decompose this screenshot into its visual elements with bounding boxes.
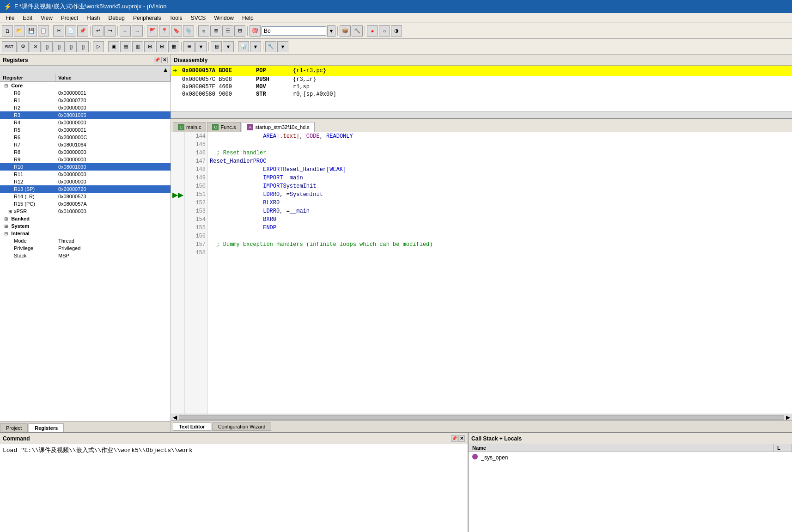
debug3-btn[interactable]: ◑: [391, 25, 402, 37]
tb2-b5[interactable]: {}: [66, 41, 77, 52]
reg-r12[interactable]: R12 0x00000000: [0, 178, 171, 185]
tab-project[interactable]: Project: [0, 423, 28, 432]
reg-r10[interactable]: R10 0x08001090: [0, 163, 171, 171]
tb2-b17[interactable]: ▼: [223, 41, 234, 52]
code-hscrollbar[interactable]: ◀ ▶: [171, 414, 792, 420]
tb2-b13[interactable]: ▦: [168, 41, 179, 52]
debug-btn[interactable]: ●: [367, 25, 378, 37]
align2-btn[interactable]: ≣: [210, 25, 221, 37]
tb2-b20[interactable]: 🔧: [265, 41, 276, 52]
panel-pin-icon[interactable]: 📌: [154, 57, 160, 63]
tb2-b12[interactable]: ⊞: [156, 41, 167, 52]
tab-main-c[interactable]: C main.c: [173, 122, 206, 132]
tab-text-editor[interactable]: Text Editor: [173, 422, 211, 431]
menu-item-flash[interactable]: Flash: [83, 14, 104, 22]
nav-fwd-btn[interactable]: →: [132, 25, 143, 37]
internal-group[interactable]: ⊟ Internal: [0, 230, 171, 237]
system-toggle[interactable]: ⊞: [4, 224, 10, 229]
tb2-b8[interactable]: ▣: [108, 41, 119, 52]
bookmark1-btn[interactable]: 🚩: [147, 25, 158, 37]
reg-r6[interactable]: R6 0x2000000C: [0, 134, 171, 141]
tb2-b2[interactable]: ⊘: [30, 41, 41, 52]
menu-item-tools[interactable]: Tools: [166, 14, 186, 22]
reg-r14[interactable]: R14 (LR) 0x08000573: [0, 193, 171, 200]
tb2-b6[interactable]: {}: [78, 41, 89, 52]
target-input[interactable]: Bo: [262, 26, 326, 36]
reg-xpsr[interactable]: ⊞xPSR 0x01000000: [0, 208, 171, 215]
tb2-b18[interactable]: 📊: [238, 41, 249, 52]
core-toggle[interactable]: ⊟: [4, 83, 10, 88]
reg-r5[interactable]: R5 0x00000001: [0, 126, 171, 134]
menu-item-debug[interactable]: Debug: [105, 14, 128, 22]
reg-r7[interactable]: R7 0x08001064: [0, 141, 171, 148]
panel-close-icon[interactable]: ✕: [161, 57, 168, 63]
bookmark4-btn[interactable]: 📎: [183, 25, 194, 37]
reg-r3[interactable]: R3 0x08001065: [0, 111, 171, 119]
tb2-b1[interactable]: ⚙: [18, 41, 29, 52]
open-btn[interactable]: 📂: [14, 25, 25, 37]
command-close-icon[interactable]: ✕: [458, 435, 465, 442]
reg-r4[interactable]: R4 0x00000000: [0, 119, 171, 126]
banked-group[interactable]: ⊞ Banked: [0, 215, 171, 222]
align3-btn[interactable]: ☰: [222, 25, 233, 37]
tb2-b3[interactable]: {}: [42, 41, 53, 52]
reg-r13[interactable]: R13 (SP) 0x20000720: [0, 185, 171, 193]
command-pin-icon[interactable]: 📌: [451, 435, 457, 442]
debug2-btn[interactable]: ○: [379, 25, 390, 37]
target-dd-btn[interactable]: ▼: [327, 25, 335, 37]
menu-item-help[interactable]: Help: [238, 14, 257, 22]
tb2-b11[interactable]: ⊟: [144, 41, 155, 52]
reg-r8[interactable]: R8 0x00000000: [0, 148, 171, 156]
menu-item-view[interactable]: View: [37, 14, 56, 22]
system-group[interactable]: ⊞ System: [0, 222, 171, 230]
reg-r0[interactable]: R0 0x00000001: [0, 89, 171, 97]
tb2-b15[interactable]: ▼: [195, 41, 207, 52]
build-btn[interactable]: 📦: [340, 25, 351, 37]
tab-func-s[interactable]: C Func.s: [207, 122, 241, 132]
menu-item-window[interactable]: Window: [210, 14, 238, 22]
reg-mode[interactable]: Mode Thread: [0, 237, 171, 245]
tb2-b21[interactable]: ▼: [277, 41, 288, 52]
tb2-b10[interactable]: ▥: [132, 41, 143, 52]
save-all-btn[interactable]: 📋: [38, 25, 49, 37]
save-btn[interactable]: 💾: [26, 25, 37, 37]
reg-r2[interactable]: R2 0x00000000: [0, 104, 171, 111]
reg-r9[interactable]: R9 0x00000000: [0, 156, 171, 163]
tb2-b14[interactable]: ⊕: [183, 41, 195, 52]
align1-btn[interactable]: ≡: [198, 25, 209, 37]
reg-stack[interactable]: Stack MSP: [0, 252, 171, 259]
menu-item-file[interactable]: File: [2, 14, 18, 22]
tb2-b16[interactable]: 🖥: [211, 41, 222, 52]
disassembly-scrollbar[interactable]: [171, 111, 792, 118]
redo-btn[interactable]: ↪: [104, 25, 116, 37]
tb2-b19[interactable]: ▼: [250, 41, 261, 52]
menu-item-peripherals[interactable]: Peripherals: [129, 14, 165, 22]
tb2-b4[interactable]: {}: [54, 41, 65, 52]
menu-item-svcs[interactable]: SVCS: [187, 14, 210, 22]
xpsr-toggle[interactable]: ⊞: [8, 209, 14, 214]
tab-config-wizard[interactable]: Configuration Wizard: [212, 422, 272, 431]
build2-btn[interactable]: 🔨: [352, 25, 363, 37]
paste-btn[interactable]: 📌: [77, 25, 88, 37]
cut-btn[interactable]: ✂: [53, 25, 64, 37]
bookmark2-btn[interactable]: 📍: [159, 25, 170, 37]
tab-registers[interactable]: Registers: [29, 423, 64, 432]
reg-r11[interactable]: R11 0x00000000: [0, 171, 171, 178]
undo-btn[interactable]: ↩: [92, 25, 104, 37]
menu-item-project[interactable]: Project: [57, 14, 82, 22]
reg-privilege[interactable]: Privilege Privileged: [0, 245, 171, 252]
new-btn[interactable]: 🗋: [2, 25, 13, 37]
reg-r1[interactable]: R1 0x20000720: [0, 97, 171, 104]
core-group[interactable]: ⊟ Core: [0, 82, 171, 89]
tb2-b7[interactable]: ▷: [93, 41, 104, 52]
internal-toggle[interactable]: ⊟: [4, 231, 10, 236]
bookmark3-btn[interactable]: 🔖: [171, 25, 182, 37]
tb2-b9[interactable]: ▤: [120, 41, 131, 52]
rst-btn[interactable]: RST: [2, 41, 17, 52]
banked-toggle[interactable]: ⊞: [4, 216, 10, 221]
nav-back-btn[interactable]: ←: [120, 25, 131, 37]
copy-btn[interactable]: 📄: [65, 25, 76, 37]
reg-r15[interactable]: R15 (PC) 0x0800057A: [0, 200, 171, 208]
target-btn[interactable]: 🎯: [250, 25, 261, 37]
tab-startup[interactable]: A startup_stm32f10x_hd.s: [242, 122, 314, 132]
